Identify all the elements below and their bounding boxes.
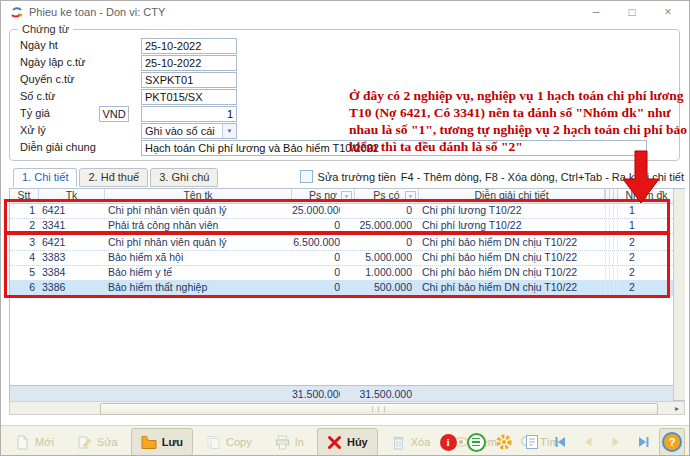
grid-header: Stt Tk Tên tk Ps nợ▼ Ps có▼ Diễn giải ch… [10, 189, 673, 204]
scrollbar-thumb[interactable]: ❘❘❘ [100, 403, 658, 415]
print-button-label: In [295, 436, 304, 448]
header-stt[interactable]: Stt [10, 189, 39, 202]
vertical-scrollbar[interactable] [673, 189, 685, 400]
copy-icon [206, 435, 221, 450]
table-row[interactable]: 5 3384 Bảo hiểm y tế 0 1.000.000 Chi phí… [10, 265, 673, 281]
cell-stt: 3 [10, 235, 39, 250]
save-button[interactable]: Lưu [131, 428, 193, 456]
cell-dien-giai: Chi phí bảo hiểm DN chịu T10/22 [419, 280, 605, 295]
cell-dien-giai: Chi phí bảo hiểm DN chịu T10/22 [419, 250, 605, 265]
nav-last-button[interactable] [631, 428, 657, 456]
header-ps-no-label: Ps nợ [309, 189, 337, 201]
edit-money-checkbox[interactable] [300, 170, 313, 183]
menu-icon [467, 433, 486, 452]
so-ctu-input[interactable] [141, 89, 237, 105]
filter-icon[interactable]: ▼ [405, 191, 416, 202]
cancel-button[interactable]: Hủy [317, 428, 378, 456]
table-row[interactable]: 2 3341 Phải trả công nhân viên 0 25.000.… [10, 218, 673, 234]
tab-hd-thue[interactable]: 2. Hđ thuế [79, 168, 148, 187]
quyen-ctu-label: Quyển c.từ [20, 73, 74, 85]
ngay-lap-input[interactable] [141, 55, 237, 71]
new-button-label: Mới [35, 436, 54, 448]
cell-ten-tk: Bảo hiểm y tế [105, 265, 292, 280]
cell-tk: 3386 [39, 280, 105, 295]
ngay-ht-input[interactable] [141, 38, 237, 54]
nav-next-button[interactable] [603, 428, 629, 456]
note-button[interactable] [519, 428, 545, 456]
cell-nhom-dk: 1 [620, 218, 673, 233]
header-ps-no[interactable]: Ps nợ▼ [292, 189, 355, 202]
cell-ps-co: 5.000.000 [355, 250, 412, 265]
xu-ly-label: Xử lý [20, 124, 46, 136]
new-doc-icon [15, 435, 30, 450]
table-row[interactable]: 3 6421 Chi phí nhân viên quản lý 6.500.0… [10, 235, 673, 251]
edit-button[interactable]: Sửa [67, 428, 128, 456]
header-ps-co-label: Ps có [373, 189, 399, 201]
cell-ps-no: 0 [292, 280, 340, 295]
cell-stt: 1 [10, 203, 39, 218]
so-ctu-label: Số c.từ [20, 90, 56, 102]
toolbar-right-icons: i ? [435, 428, 685, 456]
header-tk[interactable]: Tk [39, 189, 105, 202]
cell-ps-no: 6.500.000 [292, 235, 340, 250]
cell-tk: 3384 [39, 265, 105, 280]
cell-ps-no: 25.000.000 [292, 203, 340, 218]
settings-button[interactable] [491, 428, 517, 456]
info-button[interactable]: i [435, 428, 461, 456]
header-ten-tk[interactable]: Tên tk [105, 189, 292, 202]
menu-button[interactable] [463, 428, 489, 456]
collapsed-columns [605, 189, 620, 202]
close-icon[interactable]: × [651, 1, 685, 23]
edit-money-label: Sửa trường tiền [318, 171, 396, 183]
help-button[interactable]: ? [659, 428, 685, 456]
cell-stt: 5 [10, 265, 39, 280]
horizontal-scrollbar[interactable]: ❘❘❘ ▸ [9, 401, 685, 415]
cell-ten-tk: Bảo hiểm xã hội [105, 250, 292, 265]
quyen-ctu-input[interactable] [141, 72, 237, 88]
print-icon [275, 435, 290, 450]
cell-ps-co: 0 [355, 203, 412, 218]
ty-gia-input[interactable] [141, 106, 237, 122]
xu-ly-dropdown[interactable]: Ghi vào sổ cái ▼ [141, 123, 237, 139]
header-nhom-dk[interactable]: Nhóm đk [620, 189, 673, 202]
detail-grid: Stt Tk Tên tk Ps nợ▼ Ps có▼ Diễn giải ch… [9, 188, 685, 401]
print-button[interactable]: In [265, 428, 314, 456]
field-ngay-ht: Ngày ht [10, 38, 679, 54]
nav-first-icon [553, 435, 567, 449]
delete-button-label: Xóa [411, 436, 431, 448]
save-button-label: Lưu [162, 436, 183, 448]
table-row[interactable]: 4 3383 Bảo hiểm xã hội 0 5.000.000 Chi p… [10, 250, 673, 266]
currency-box[interactable]: VND [99, 106, 129, 122]
nav-first-button[interactable] [547, 428, 573, 456]
cell-stt: 6 [10, 280, 39, 295]
accounting-voucher-window: Phieu ke toan - Don vi: CTY – □ × Chứng … [0, 0, 690, 456]
cell-nhom-dk: 2 [620, 235, 673, 250]
cell-stt: 4 [10, 250, 39, 265]
header-dien-giai[interactable]: Diễn giải chi tiết [419, 189, 605, 202]
field-ngay-lap: Ngày lập c.từ [10, 55, 679, 71]
nav-next-icon [609, 435, 623, 449]
header-ps-co[interactable]: Ps có▼ [355, 189, 419, 202]
table-row-selected[interactable]: 6 3386 Bảo hiểm thất nghiệp 0 500.000 Ch… [10, 280, 673, 296]
new-button[interactable]: Mới [5, 428, 64, 456]
chevron-down-icon[interactable]: ▼ [222, 124, 236, 138]
cell-tk: 3383 [39, 250, 105, 265]
tab-chi-tiet[interactable]: 1. Chi tiết [13, 168, 77, 187]
scroll-right-icon[interactable]: ▸ [672, 403, 682, 414]
minimize-icon[interactable]: – [579, 1, 613, 23]
ngay-lap-label: Ngày lập c.từ [20, 56, 85, 68]
note-icon [524, 434, 540, 450]
cell-dien-giai: Chi phí lương T10/22 [419, 203, 605, 218]
detail-tabs: 1. Chi tiết 2. Hđ thuế 3. Ghi chú [13, 168, 218, 187]
grid-hint-row: Sửa trường tiền F4 - Thêm dòng, F8 - Xóa… [300, 170, 684, 183]
filter-icon[interactable]: ▼ [341, 191, 352, 202]
maximize-icon[interactable]: □ [615, 1, 649, 23]
cell-ten-tk: Chi phí nhân viên quản lý [105, 203, 292, 218]
copy-button[interactable]: Copy [196, 428, 262, 456]
info-icon: i [440, 434, 457, 451]
table-row[interactable]: 1 6421 Chi phí nhân viên quản lý 25.000.… [10, 203, 673, 219]
nav-prev-button[interactable] [575, 428, 601, 456]
tab-ghi-chu[interactable]: 3. Ghi chú [150, 168, 218, 187]
delete-button[interactable]: Xóa [381, 428, 441, 456]
cell-ps-no: 0 [292, 250, 340, 265]
